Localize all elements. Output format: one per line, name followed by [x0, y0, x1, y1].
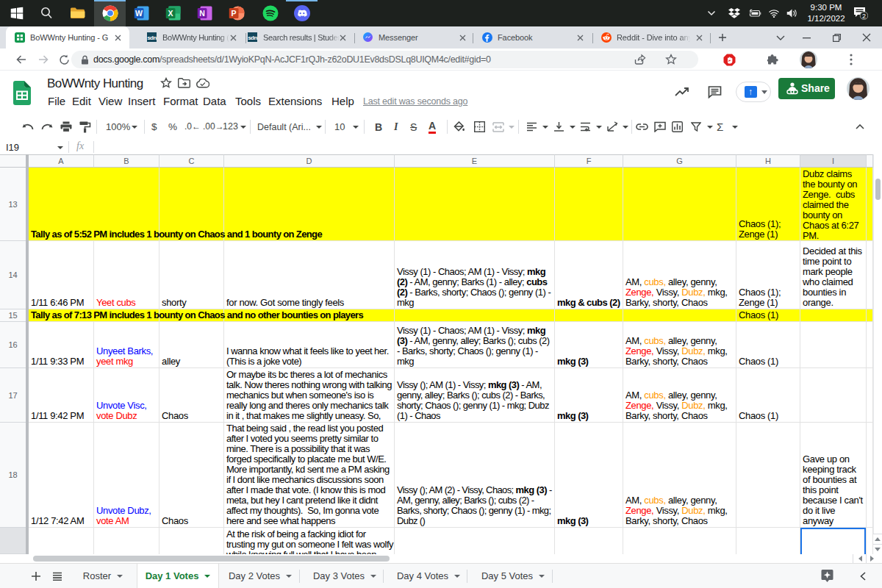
svg-text:X: X: [168, 9, 173, 18]
svg-text:P: P: [231, 9, 236, 18]
svg-text:2: 2: [862, 12, 866, 20]
svg-text:sdn: sdn: [248, 35, 257, 41]
svg-text:N: N: [199, 9, 205, 18]
svg-text:sdn: sdn: [147, 35, 157, 41]
svg-text:W: W: [135, 9, 143, 18]
